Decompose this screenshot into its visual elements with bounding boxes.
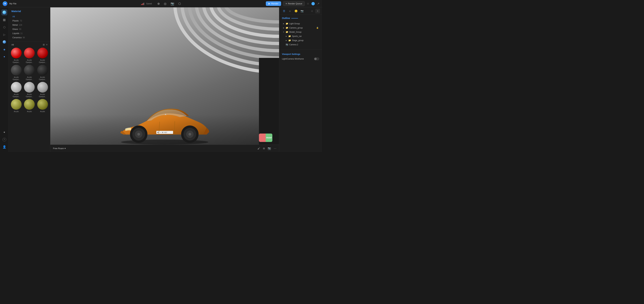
- outline-separator: [279, 49, 322, 50]
- chevron-placeholder: [282, 44, 284, 46]
- front-badge: FRONT: [259, 134, 272, 142]
- outline-label: Camera_group: [289, 27, 303, 29]
- sidebar-item-help[interactable]: ?: [1, 136, 8, 142]
- svg-point-17: [188, 133, 191, 136]
- sidebar-item-environment[interactable]: [1, 39, 8, 45]
- sidebar-item-material[interactable]: [1, 10, 8, 16]
- tab-star[interactable]: ☆: [309, 8, 314, 14]
- outline-label: Light Group: [289, 22, 300, 25]
- viewport-toolbar: Free Roam ▾ 🖌 ⊕ 📷 ⋯: [50, 144, 279, 152]
- tab-emoji[interactable]: 😐: [293, 8, 299, 14]
- free-roam-button[interactable]: Free Roam ▾: [53, 147, 66, 150]
- material-item[interactable]: Acrylic Opaque...: [24, 82, 35, 98]
- right-panel-tabs: ☰ ☺ 😐 📷 ☆ +: [279, 8, 322, 15]
- light-camera-wireframe-toggle[interactable]: [314, 58, 319, 60]
- material-item[interactable]: Acrylic Opaque...: [37, 65, 48, 80]
- material-label: Acrylic Opaque...: [10, 93, 22, 98]
- material-sphere: [37, 82, 48, 92]
- material-item[interactable]: Acrylic: [37, 99, 48, 112]
- material-item[interactable]: Acrylic Opaque...: [37, 48, 48, 64]
- render-label: Render: [271, 2, 278, 5]
- svg-point-13: [137, 133, 140, 136]
- category-glass[interactable]: Glass 33: [12, 27, 48, 31]
- shape-tool-icon[interactable]: ⬡: [178, 2, 181, 6]
- category-liquids[interactable]: Liquids 11: [12, 31, 48, 35]
- material-item[interactable]: Acrylic: [24, 99, 35, 112]
- material-item[interactable]: Acrylic Opaque...: [24, 65, 35, 80]
- viewport-settings-title: Viewport Settings: [282, 53, 319, 55]
- outline-label: Model_Group: [289, 31, 302, 33]
- free-roam-chevron: ▾: [64, 147, 66, 150]
- outline-item-camera-group[interactable]: ▶ 📁 Camera_group 🔒: [282, 26, 319, 30]
- viewport[interactable]: NP • SK 017 FRONT Free Roam ▾ 🖌 ⊕: [50, 8, 279, 152]
- category-liquids-count: 11: [20, 32, 22, 34]
- category-glass-count: 33: [19, 28, 21, 30]
- material-label: Acrylic Opaque...: [37, 93, 48, 98]
- chevron-down-icon: ▼: [282, 31, 284, 33]
- folder-icon: 📁: [286, 26, 288, 29]
- light-camera-wireframe-label: Light/Camera Wireframe: [282, 58, 304, 60]
- user-avatar[interactable]: [312, 2, 315, 5]
- category-glass-label: Glass: [12, 28, 18, 30]
- target-icon[interactable]: ◎: [164, 2, 166, 6]
- material-item[interactable]: Acrylic Opaque...: [24, 48, 35, 64]
- star-icon[interactable]: ☆: [307, 2, 309, 5]
- tab-camera[interactable]: 📷: [299, 8, 305, 14]
- material-label: Acrylic Opaque...: [10, 59, 22, 64]
- material-item[interactable]: Acrylic Opaque...: [10, 48, 22, 64]
- material-item[interactable]: Acrylic: [10, 99, 22, 112]
- camera-icon[interactable]: 📷: [170, 2, 174, 6]
- material-label: Acrylic Opaque...: [37, 59, 48, 64]
- brush-icon[interactable]: 🖌: [258, 147, 260, 150]
- sidebar-item-objects[interactable]: ⬡: [1, 24, 8, 30]
- material-item[interactable]: Acrylic Opaque...: [10, 65, 22, 80]
- render-queue-button[interactable]: ≡ Render Queue: [283, 1, 305, 6]
- folder-icon: 📁: [288, 35, 291, 38]
- grid-view-icon[interactable]: ⊞: [43, 43, 45, 46]
- topbar: ★ My File Saved ⊕ ◎ 📷 ⬡ ▶ Render ≡ Rende…: [0, 0, 322, 8]
- queue-icon: ≡: [286, 2, 287, 5]
- camera-view-icon[interactable]: 📷: [268, 147, 271, 150]
- outline-item-stage-group[interactable]: ▶ 📁 Stage_group: [282, 38, 319, 42]
- transform-icon[interactable]: ⊕: [157, 2, 160, 6]
- front-badge-color-left: [259, 134, 266, 142]
- category-ceramics[interactable]: Ceramics 56: [12, 36, 48, 40]
- viewport-background: NP • SK 017 FRONT: [50, 8, 279, 152]
- sidebar-item-shapes[interactable]: ▷: [1, 32, 8, 38]
- outline-item-sports-car[interactable]: ▶ 📁 Sports_car: [282, 34, 319, 38]
- front-badge-label: FRONT: [266, 134, 272, 142]
- category-all[interactable]: All: [12, 14, 48, 18]
- wall-panel: [259, 58, 279, 144]
- list-view-icon[interactable]: ≡: [46, 43, 48, 46]
- outline-item-model-group[interactable]: ▼ 📁 Model_Group: [282, 30, 319, 34]
- more-options-icon[interactable]: ⋯: [274, 147, 276, 150]
- material-sphere: [37, 99, 48, 110]
- category-plastic[interactable]: Plastic 72: [12, 19, 48, 23]
- sidebar-item-lighting[interactable]: ✦: [1, 54, 8, 60]
- outline-item-light-group[interactable]: ▶ 📁 Light Group: [282, 22, 319, 26]
- material-item[interactable]: Acrylic Opaque...: [10, 82, 22, 98]
- free-roam-label: Free Roam: [53, 147, 64, 150]
- sidebar-item-effects[interactable]: ◈: [1, 46, 8, 52]
- category-ceramics-label: Ceramics: [12, 36, 22, 39]
- sidebar-item-sparkle[interactable]: ✦: [1, 129, 8, 135]
- grid-label: All: [12, 44, 14, 46]
- add-icon: +: [317, 10, 318, 12]
- material-item[interactable]: Acrylic Opaque...: [37, 82, 48, 98]
- render-play-icon: ▶: [268, 2, 270, 5]
- tab-face[interactable]: ☺: [287, 8, 293, 14]
- sidebar-item-layers[interactable]: ▦: [1, 17, 8, 23]
- share-icon[interactable]: ↗: [317, 2, 319, 5]
- add-item-button[interactable]: +: [315, 9, 320, 14]
- signal-icon[interactable]: [141, 2, 144, 5]
- logo[interactable]: ★: [3, 1, 8, 6]
- tab-outline[interactable]: ☰: [281, 8, 286, 14]
- objects-icon[interactable]: ⊕: [263, 147, 265, 150]
- file-title: My File: [10, 2, 16, 5]
- render-button[interactable]: ▶ Render: [266, 1, 281, 6]
- chevron-right-icon: ▶: [282, 23, 284, 25]
- category-metal[interactable]: Metal 128: [12, 23, 48, 27]
- outline-item-camera2[interactable]: 📷 Camera 2: [282, 42, 319, 47]
- material-sphere: [24, 65, 35, 76]
- sidebar-item-user[interactable]: 👤: [1, 144, 8, 150]
